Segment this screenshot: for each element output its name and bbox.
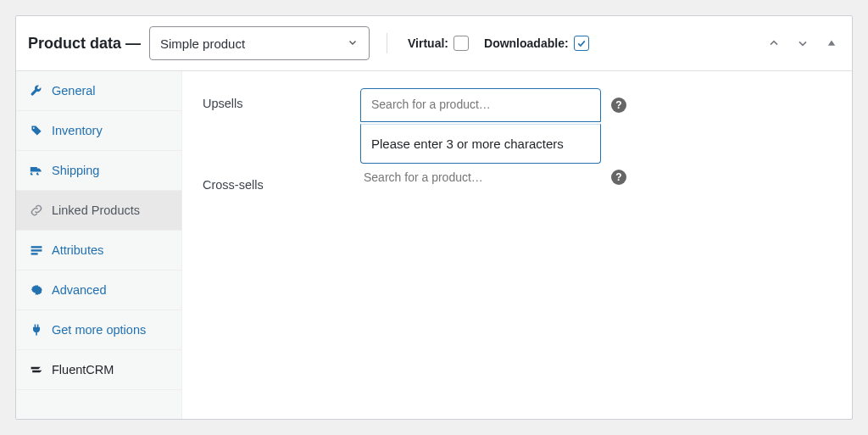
tab-general[interactable]: General [16, 71, 181, 111]
tab-linked-products[interactable]: Linked Products [16, 191, 181, 231]
plug-icon [30, 323, 43, 337]
product-type-value: Simple product [160, 36, 245, 51]
tag-icon [30, 124, 43, 137]
tab-label: Attributes [52, 243, 103, 257]
header-divider [387, 33, 387, 53]
tab-label: FluentCRM [52, 363, 114, 376]
tab-inventory[interactable]: Inventory [16, 111, 181, 151]
panel-title: Product data — [28, 35, 141, 53]
gear-icon [30, 283, 43, 297]
svg-point-1 [32, 172, 35, 175]
fluent-icon [30, 363, 43, 376]
tab-label: Shipping [52, 164, 99, 177]
tab-attributes[interactable]: Attributes [16, 231, 181, 270]
crosssells-placeholder: Search for a product… [364, 170, 483, 184]
upsells-row: Upsells Search for a product… ? Please e… [203, 88, 832, 122]
panel-header-controls [765, 35, 840, 52]
move-up-button[interactable] [765, 35, 782, 52]
list-icon [30, 243, 43, 257]
svg-rect-4 [31, 249, 42, 251]
downloadable-checkbox[interactable] [574, 36, 589, 51]
linked-products-content: Upsells Search for a product… ? Please e… [182, 71, 852, 419]
downloadable-checkbox-group[interactable]: Downloadable: [484, 36, 589, 51]
tab-label: Inventory [52, 124, 103, 137]
crosssells-input[interactable]: Search for a product… [360, 170, 601, 184]
truck-icon [30, 164, 43, 177]
svg-point-2 [38, 172, 41, 175]
product-type-select[interactable]: Simple product [149, 26, 370, 60]
move-down-button[interactable] [794, 35, 811, 52]
svg-rect-5 [31, 253, 38, 254]
tab-label: Get more options [52, 323, 146, 337]
svg-marker-0 [828, 41, 835, 46]
tab-label: Advanced [52, 283, 107, 297]
panel-title-dash: — [121, 35, 141, 52]
virtual-label: Virtual: [408, 36, 448, 50]
virtual-checkbox[interactable] [453, 36, 469, 51]
product-data-tabs: General Inventory Shipping [16, 71, 182, 419]
link-icon [30, 204, 43, 217]
upsells-label: Upsells [203, 88, 360, 110]
product-data-panel: Product data — Simple product Virtual: D… [15, 15, 853, 420]
tab-fluentcrm[interactable]: FluentCRM [16, 350, 181, 390]
upsells-input[interactable]: Search for a product… [360, 88, 601, 122]
tab-label: Linked Products [52, 204, 140, 217]
panel-body: General Inventory Shipping [16, 71, 852, 419]
chevron-down-icon [347, 36, 359, 51]
upsells-placeholder: Search for a product… [371, 98, 491, 111]
tab-shipping[interactable]: Shipping [16, 151, 181, 191]
crosssells-row: Cross-sells Search for a product… ? [203, 170, 832, 192]
panel-header: Product data — Simple product Virtual: D… [16, 16, 852, 71]
help-icon[interactable]: ? [611, 170, 626, 185]
svg-rect-3 [31, 246, 42, 248]
downloadable-label: Downloadable: [484, 36, 569, 50]
toggle-panel-button[interactable] [823, 35, 840, 52]
panel-title-text: Product data [28, 35, 121, 52]
tab-label: General [52, 84, 96, 98]
upsells-dropdown-message: Please enter 3 or more characters [360, 124, 601, 164]
crosssells-label: Cross-sells [203, 170, 360, 192]
tab-advanced[interactable]: Advanced [16, 270, 181, 310]
wrench-icon [30, 84, 43, 98]
tab-get-more-options[interactable]: Get more options [16, 310, 181, 350]
virtual-checkbox-group[interactable]: Virtual: [408, 36, 469, 51]
help-icon[interactable]: ? [611, 98, 626, 113]
